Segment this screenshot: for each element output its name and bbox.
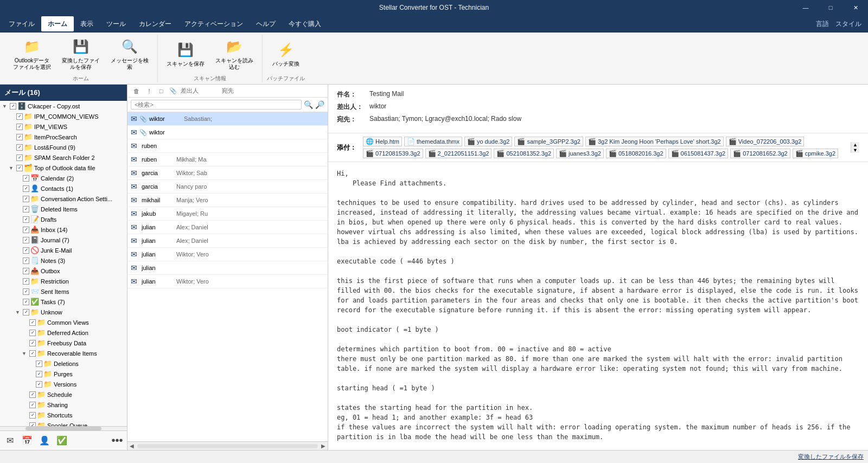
- tree-checkbox-spooler[interactable]: ✓: [29, 422, 36, 427]
- tree-item-deferred[interactable]: ✓📁Deferred Action: [0, 327, 127, 338]
- tree-checkbox-shortcuts[interactable]: ✓: [29, 412, 36, 419]
- tree-checkbox-contacts[interactable]: ✓: [23, 185, 29, 192]
- tree-item-shortcuts[interactable]: ✓📁Shortcuts: [0, 410, 127, 420]
- minimize-button[interactable]: —: [793, 0, 818, 15]
- menu-item-カレンダー[interactable]: カレンダー: [132, 16, 178, 31]
- tree-item-ipm_views[interactable]: ✓📁IPM_VIEWS: [0, 121, 127, 132]
- tree-checkbox-restriction[interactable]: ✓: [23, 278, 29, 285]
- tree-checkbox-lost[interactable]: ✓: [16, 144, 23, 151]
- nav-more-button[interactable]: •••: [110, 433, 125, 448]
- tree-checkbox-versions[interactable]: ✓: [36, 381, 42, 388]
- tree-checkbox-notes[interactable]: ✓: [23, 258, 29, 264]
- close-button[interactable]: ✕: [843, 0, 868, 15]
- tree-checkbox-recoverable[interactable]: ✓: [29, 350, 36, 357]
- tree-checkbox-calendar[interactable]: ✓: [23, 175, 29, 182]
- tree-toggle-recoverable[interactable]: ▼: [22, 351, 28, 356]
- menu-item-今すぐ購入[interactable]: 今すぐ購入: [282, 16, 328, 31]
- scroll-right-button[interactable]: ▶: [319, 442, 328, 451]
- tree-checkbox-drafts[interactable]: ✓: [23, 216, 29, 223]
- tree-item-common_views[interactable]: ✓📁Common Views: [0, 317, 127, 327]
- scroll-track[interactable]: [137, 444, 318, 448]
- attachment-item[interactable]: 📄themedata.thmx: [404, 137, 462, 146]
- col-sender[interactable]: 差出人: [181, 87, 219, 95]
- attachment-item[interactable]: 🎬2_0212051151.3g2: [425, 149, 492, 158]
- tree-checkbox-deferred[interactable]: ✓: [29, 330, 36, 336]
- email-row[interactable]: ✉ julianAlex; Daniel: [127, 221, 328, 234]
- menu-item-ファイル[interactable]: ファイル: [2, 16, 41, 31]
- ribbon-btn-Outlookデータファイルを選択[interactable]: 📁Outlookデータファイルを選択: [9, 35, 55, 73]
- tree-checkbox-common_views[interactable]: ✓: [29, 319, 36, 326]
- tree-checkbox-top[interactable]: ✓: [16, 165, 23, 171]
- tree-item-sharing[interactable]: ✓📁Sharing: [0, 400, 127, 410]
- attachment-item[interactable]: 🎬juanes3.3g2: [556, 149, 604, 158]
- email-row[interactable]: ✉ julianAlex; Daniel: [127, 234, 328, 248]
- tree-item-calendar[interactable]: ✓📅Calendar (2): [0, 173, 127, 183]
- tree-checkbox-ipm_common[interactable]: ✓: [16, 113, 23, 120]
- menu-style[interactable]: スタイル: [835, 20, 861, 29]
- email-row[interactable]: ✉ garciaWiktor; Sab: [127, 166, 328, 180]
- attachment-item[interactable]: 🎬0712081539.3g2: [363, 149, 423, 158]
- tree-item-freebusy[interactable]: ✓📁Freebusy Data: [0, 338, 127, 348]
- tree-item-tasks[interactable]: ✓✅Tasks (7): [0, 297, 127, 307]
- tree-item-versions[interactable]: ✓📁Versions: [0, 379, 127, 389]
- tree-item-purges[interactable]: ✓📁Purges: [0, 369, 127, 379]
- tree-item-inbox[interactable]: ✓📥Inbox (14): [0, 224, 127, 235]
- nav-mail-button[interactable]: ✉: [2, 433, 17, 448]
- tree-item-conversation[interactable]: ✓📁Conversation Action Setti...: [0, 194, 127, 204]
- tree-item-spam[interactable]: ✓📁SPAM Search Folder 2: [0, 152, 127, 163]
- tree-checkbox-sent[interactable]: ✓: [23, 288, 29, 295]
- tree-checkbox-conversation[interactable]: ✓: [23, 196, 29, 202]
- email-row[interactable]: ✉📎wiktor: [127, 126, 328, 139]
- ribbon-btn-スキャンを保存[interactable]: 💾スキャンを保存: [162, 38, 209, 69]
- tree-checkbox-root[interactable]: ✓: [10, 103, 16, 110]
- attachment-item[interactable]: 🌐Help.htm: [363, 137, 402, 146]
- tree-checkbox-spam[interactable]: ✓: [16, 155, 23, 161]
- tree-checkbox-inbox[interactable]: ✓: [23, 227, 29, 233]
- tree-toggle-root[interactable]: ▼: [2, 104, 9, 109]
- attachment-item[interactable]: 🎬0615081437.3g2: [668, 149, 729, 158]
- tree-item-deletions[interactable]: ✓📁Deletions: [0, 358, 127, 369]
- tree-item-journal[interactable]: ✓📓Journal (7): [0, 235, 127, 245]
- attach-scroll-down[interactable]: ▼: [851, 147, 859, 153]
- nav-contacts-button[interactable]: 👤: [37, 433, 52, 448]
- tree-item-ipm_common[interactable]: ✓📁IPM_COMMON_VIEWS: [0, 111, 127, 121]
- tree-checkbox-purges[interactable]: ✓: [36, 371, 42, 377]
- tree-item-root[interactable]: ▼✓🗄️C\kacper - Copy.ost: [0, 101, 127, 111]
- tree-item-contacts[interactable]: ✓👤Contacts (1): [0, 183, 127, 194]
- tree-item-deleted[interactable]: ✓🗑️Deleted Items: [0, 204, 127, 214]
- attachment-item[interactable]: 🎬0712081652.3g2: [730, 149, 790, 158]
- email-row[interactable]: ✉ garciaNancy paro: [127, 180, 328, 194]
- nav-calendar-button[interactable]: 📅: [20, 433, 35, 448]
- maximize-button[interactable]: □: [818, 0, 843, 15]
- ribbon-btn-メッセージを検索[interactable]: 🔍メッセージを検索: [106, 35, 153, 73]
- tree-item-restriction[interactable]: ✓📁Restriction: [0, 276, 127, 286]
- attachment-item[interactable]: 🎬Video_072206_003.3g2: [726, 137, 805, 146]
- tree-item-lost[interactable]: ✓📁Lost&Found (9): [0, 142, 127, 152]
- tree-item-unknow[interactable]: ▼✓📁Unknow: [0, 307, 127, 317]
- tree-toggle-top[interactable]: ▼: [9, 165, 15, 171]
- attachment-item[interactable]: 🎬yo dude.3g2: [464, 137, 513, 146]
- email-row[interactable]: ✉ julianWiktor; Vero: [127, 275, 328, 288]
- tree-checkbox-freebusy[interactable]: ✓: [29, 340, 36, 346]
- col-flag[interactable]: !: [145, 88, 154, 94]
- email-row[interactable]: ✉ mikhailManja; Vero: [127, 194, 328, 207]
- tree-checkbox-sharing[interactable]: ✓: [29, 402, 36, 408]
- tree-checkbox-journal[interactable]: ✓: [23, 237, 29, 243]
- attachment-item[interactable]: 🎬0521081352.3g2: [494, 149, 554, 158]
- email-row[interactable]: ✉ julian: [127, 261, 328, 275]
- tree-checkbox-tasks[interactable]: ✓: [23, 299, 29, 305]
- email-row[interactable]: ✉ ruben: [127, 139, 328, 153]
- tree-item-spooler[interactable]: ✓📁Spooler Queue: [0, 420, 127, 426]
- tree-toggle-unknow[interactable]: ▼: [15, 310, 22, 315]
- tree-item-recoverable[interactable]: ▼✓📁Recoverable Items: [0, 348, 127, 358]
- ribbon-btn-スキャンを読み込む[interactable]: 📂スキャンを読み込む: [211, 35, 258, 73]
- tree-item-top[interactable]: ▼✓🗂️Top of Outlook data file: [0, 163, 127, 173]
- menu-item-表示[interactable]: 表示: [74, 16, 100, 31]
- email-row[interactable]: ✉ rubenMikhail; Ma: [127, 153, 328, 166]
- menu-language[interactable]: 言語: [816, 20, 829, 29]
- tree-item-junk[interactable]: ✓🚫Junk E-Mail: [0, 245, 127, 255]
- col-delete[interactable]: 🗑: [131, 88, 142, 94]
- tree-checkbox-outbox[interactable]: ✓: [23, 268, 29, 274]
- tree-item-itemproc[interactable]: ✓📁ItemProcSearch: [0, 132, 127, 142]
- menu-item-ヘルプ[interactable]: ヘルプ: [250, 16, 282, 31]
